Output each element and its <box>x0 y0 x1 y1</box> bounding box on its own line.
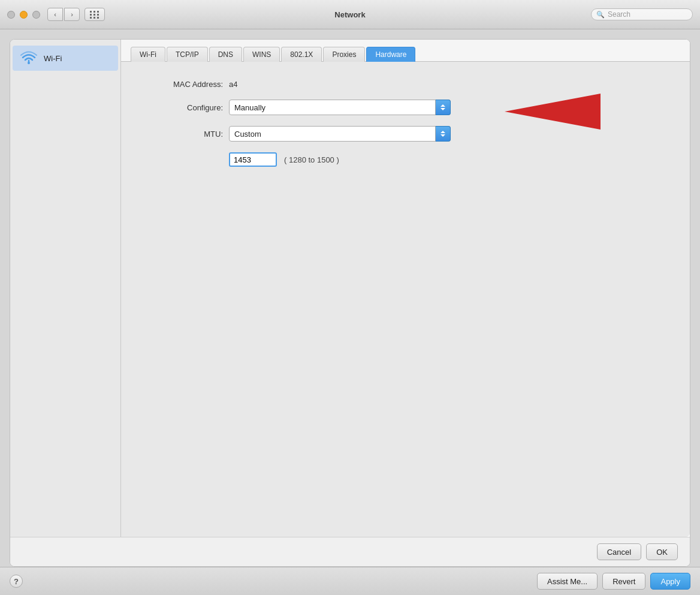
search-icon: 🔍 <box>596 11 605 19</box>
right-panel: Wi-Fi TCP/IP DNS WINS 802.1X Proxies Har… <box>121 40 690 537</box>
grid-icon <box>90 11 99 19</box>
titlebar: ‹ › Network 🔍 Search <box>0 0 700 29</box>
revert-button[interactable]: Revert <box>602 573 645 590</box>
configure-row: Configure: Manually Automatically <box>145 100 666 115</box>
assist-me-button[interactable]: Assist Me... <box>537 573 598 590</box>
window-title: Network <box>334 10 365 19</box>
tabs-bar: Wi-Fi TCP/IP DNS WINS 802.1X Proxies Har… <box>121 40 690 62</box>
mtu-label: MTU: <box>145 130 223 139</box>
mac-address-value: a4 <box>229 80 237 89</box>
sidebar-item-wifi[interactable]: Wi-Fi <box>13 46 118 71</box>
configure-label: Configure: <box>145 103 223 112</box>
search-box[interactable]: 🔍 Search <box>591 8 693 20</box>
configure-arrow-down <box>440 108 445 110</box>
search-placeholder: Search <box>608 10 630 19</box>
tab-tcpip[interactable]: TCP/IP <box>167 47 208 62</box>
mtu-select[interactable]: Custom Standard (1500) Jumbo (9000) <box>229 126 451 142</box>
traffic-lights <box>7 11 40 19</box>
grid-button[interactable] <box>85 8 105 21</box>
mtu-select-wrapper: Custom Standard (1500) Jumbo (9000) <box>229 126 451 142</box>
forward-button[interactable]: › <box>64 8 80 21</box>
configure-arrow-up <box>440 104 445 107</box>
tab-dns[interactable]: DNS <box>209 47 242 62</box>
hardware-panel: MAC Address: a4 Configure: Manually Auto… <box>121 62 690 537</box>
tab-hardware[interactable]: Hardware <box>366 47 415 62</box>
mtu-stepper[interactable] <box>435 126 451 142</box>
minimize-button[interactable] <box>20 11 28 19</box>
dialog-buttons: Cancel OK <box>10 537 690 566</box>
wifi-icon <box>20 49 38 67</box>
sidebar: Wi-Fi <box>10 40 121 537</box>
ok-button[interactable]: OK <box>646 543 678 560</box>
close-button[interactable] <box>7 11 15 19</box>
tab-dot1x[interactable]: 802.1X <box>281 47 322 62</box>
svg-marker-1 <box>505 94 601 130</box>
mtu-arrow-down <box>440 134 445 137</box>
help-button[interactable]: ? <box>10 575 23 588</box>
cancel-button[interactable]: Cancel <box>597 543 641 560</box>
svg-point-0 <box>28 62 30 64</box>
configure-select-wrapper: Manually Automatically <box>229 100 451 115</box>
mac-address-row: MAC Address: a4 <box>145 80 666 89</box>
configure-stepper[interactable] <box>435 100 451 115</box>
tab-wifi[interactable]: Wi-Fi <box>131 47 165 62</box>
mtu-arrow-up <box>440 131 445 133</box>
mtu-range-text: ( 1280 to 1500 ) <box>284 155 339 164</box>
mtu-row: MTU: Custom Standard (1500) Jumbo (9000) <box>145 126 666 142</box>
mac-address-label: MAC Address: <box>145 80 223 89</box>
nav-buttons: ‹ › <box>47 8 80 21</box>
tab-proxies[interactable]: Proxies <box>323 47 365 62</box>
maximize-button[interactable] <box>32 11 40 19</box>
tab-wins[interactable]: WINS <box>243 47 280 62</box>
bottom-bar: ? Assist Me... Revert Apply <box>0 567 700 595</box>
mtu-input-row: ( 1280 to 1500 ) <box>229 152 666 167</box>
apply-button[interactable]: Apply <box>650 573 690 590</box>
configure-select[interactable]: Manually Automatically <box>229 100 451 115</box>
back-button[interactable]: ‹ <box>47 8 63 21</box>
mtu-number-input[interactable] <box>229 152 277 167</box>
sidebar-wifi-label: Wi-Fi <box>44 54 62 63</box>
